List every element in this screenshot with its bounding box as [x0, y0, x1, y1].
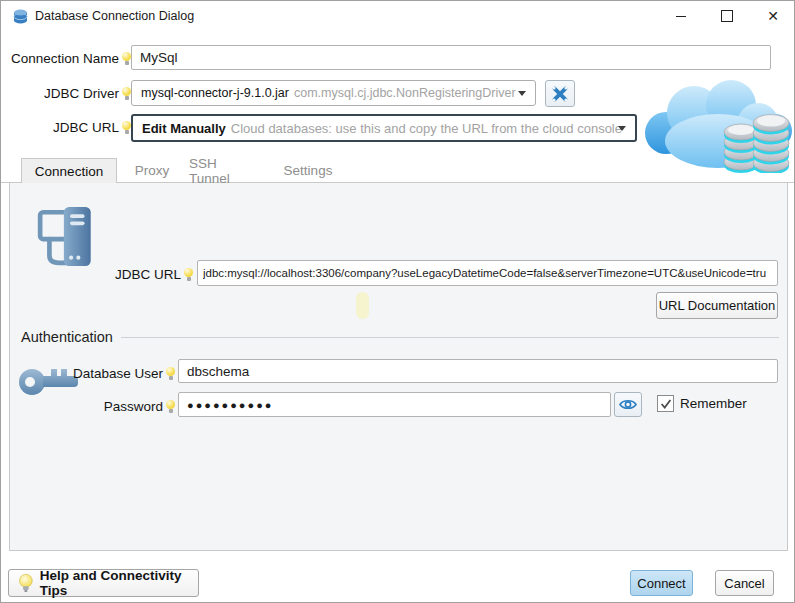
- lightbulb-icon: [122, 52, 131, 65]
- password-label: Password: [61, 395, 163, 419]
- authentication-section-line: [121, 337, 779, 338]
- connection-name-input[interactable]: [131, 45, 771, 70]
- remember-checkbox[interactable]: [657, 395, 674, 412]
- jdbc-url-mode-select[interactable]: Edit Manually Cloud databases: use this …: [131, 114, 637, 142]
- connection-name-label: Connection Name: [1, 47, 119, 71]
- configure-driver-button[interactable]: [545, 80, 575, 107]
- titlebar[interactable]: Database Connection Dialog ✕: [1, 1, 795, 31]
- url-mode: Edit Manually: [142, 121, 226, 136]
- close-icon: ✕: [767, 8, 779, 24]
- jdbc-driver-select[interactable]: mysql-connector-j-9.1.0.jar com.mysql.cj…: [131, 80, 536, 106]
- maximize-button[interactable]: [704, 1, 750, 31]
- lightbulb-icon: [122, 121, 131, 134]
- jdbc-url-input[interactable]: [197, 260, 778, 286]
- help-button-label: Help and Connectivity Tips: [40, 568, 198, 598]
- reveal-password-button[interactable]: [614, 392, 642, 417]
- remember-label: Remember: [680, 395, 747, 412]
- lightbulb-icon: [166, 367, 175, 380]
- hint-marker: [356, 292, 369, 319]
- maximize-icon: [721, 10, 733, 22]
- url-mode-hint: Cloud databases: use this and copy the U…: [231, 121, 622, 136]
- minimize-button[interactable]: [658, 1, 704, 31]
- password-input[interactable]: [178, 392, 611, 417]
- chevron-down-icon: [618, 126, 626, 131]
- url-documentation-button[interactable]: URL Documentation: [656, 292, 778, 319]
- jdbc-driver-label: JDBC Driver: [1, 82, 119, 106]
- authentication-section-title: Authentication: [21, 329, 113, 345]
- minimize-icon: [676, 16, 686, 17]
- jdbc-url-label: JDBC URL: [61, 263, 181, 287]
- eye-icon: [619, 398, 637, 411]
- wrench-cross-icon: [551, 85, 569, 103]
- checkmark-icon: [659, 397, 673, 411]
- driver-class: com.mysql.cj.jdbc.NonRegisteringDriver: [294, 86, 516, 100]
- chevron-down-icon: [518, 91, 526, 96]
- lightbulb-icon: [122, 87, 131, 100]
- lightbulb-icon: [19, 573, 33, 594]
- close-button[interactable]: ✕: [750, 1, 795, 31]
- computer-server-icon: [37, 205, 99, 269]
- tab-settings[interactable]: Settings: [279, 158, 337, 183]
- tab-connection[interactable]: Connection: [21, 158, 117, 183]
- database-connection-dialog: Database Connection Dialog ✕ Connection …: [0, 0, 795, 603]
- window-title: Database Connection Dialog: [35, 1, 194, 31]
- connect-button[interactable]: Connect: [630, 570, 693, 596]
- cloud-databases-illustration: [638, 71, 794, 173]
- jdbc-url-mode-label: JDBC URL: [1, 116, 119, 140]
- help-and-connectivity-tips-button[interactable]: Help and Connectivity Tips: [8, 569, 199, 597]
- lightbulb-icon: [184, 268, 193, 281]
- database-user-input[interactable]: [178, 359, 778, 383]
- tab-ssh-tunnel[interactable]: SSH Tunnel: [189, 158, 261, 183]
- lightbulb-icon: [166, 400, 175, 413]
- driver-file: mysql-connector-j-9.1.0.jar: [141, 86, 289, 100]
- database-user-label: Database User: [61, 362, 163, 386]
- tab-proxy[interactable]: Proxy: [129, 158, 175, 183]
- cancel-button[interactable]: Cancel: [715, 570, 774, 596]
- database-icon: [12, 8, 29, 25]
